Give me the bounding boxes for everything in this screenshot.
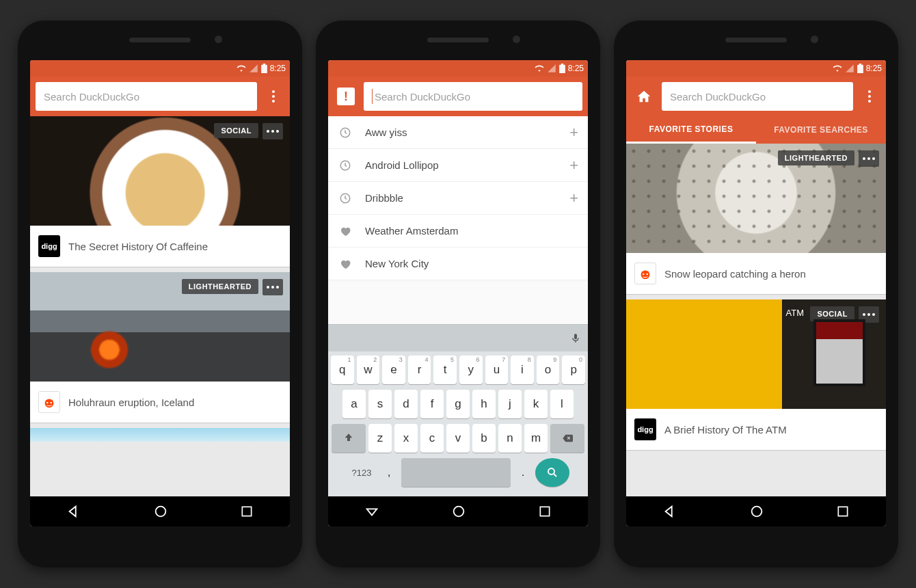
add-to-search-button[interactable]: + [569, 189, 578, 207]
heart-icon [338, 225, 353, 237]
key-r[interactable]: r4 [408, 356, 431, 384]
key-z[interactable]: z [368, 424, 392, 453]
suggestion-text: Android Lollipop [365, 159, 557, 171]
key-n[interactable]: n [498, 424, 522, 453]
key-q[interactable]: q1 [331, 356, 354, 384]
shift-key[interactable] [332, 424, 366, 453]
key-x[interactable]: x [394, 424, 418, 453]
android-nav-bar [328, 496, 588, 526]
key-i[interactable]: i8 [511, 356, 534, 384]
recents-button[interactable] [240, 505, 254, 518]
svg-point-2 [272, 100, 275, 103]
story-card[interactable]: SOCIAL digg The Secret History Of Caffei… [30, 116, 290, 267]
svg-point-1 [272, 95, 275, 98]
suggestion-text: Dribbble [365, 192, 557, 204]
bang-button[interactable]: ! [334, 82, 358, 111]
favorites-tabs: FAVORITE STORIES FAVORITE SEARCHES [626, 116, 886, 144]
key-f[interactable]: f [420, 390, 444, 418]
backspace-key[interactable] [550, 424, 584, 453]
add-to-search-button[interactable]: + [569, 124, 578, 142]
status-time: 8:25 [270, 64, 286, 73]
key-h[interactable]: h [472, 390, 496, 418]
search-placeholder: Search DuckDuckGo [375, 91, 470, 103]
key-u[interactable]: u7 [485, 356, 509, 384]
screen-search: 8:25 ! Search DuckDuckGo Aww yiss + Andr… [328, 60, 588, 526]
android-nav-bar [626, 496, 886, 526]
phone-frame-2: 8:25 ! Search DuckDuckGo Aww yiss + Andr… [316, 21, 600, 567]
favorites-feed[interactable]: LIGHTHEARTED Snow leopard catching a her… [626, 144, 886, 496]
story-card-peek[interactable] [30, 428, 290, 442]
card-overflow-button[interactable] [262, 123, 283, 139]
key-b[interactable]: b [472, 424, 496, 453]
key-o[interactable]: o9 [537, 356, 560, 384]
search-input[interactable]: Search DuckDuckGo [662, 82, 853, 111]
home-button[interactable] [632, 82, 656, 111]
key-e[interactable]: e3 [382, 356, 405, 384]
story-image: SOCIAL [30, 116, 290, 226]
key-w[interactable]: w2 [357, 356, 380, 384]
tab-favorite-stories[interactable]: FAVORITE STORIES [626, 116, 756, 144]
signal-icon [845, 64, 854, 73]
back-button-ime[interactable] [364, 504, 379, 519]
suggestion-favorite[interactable]: New York City [328, 248, 588, 280]
search-input[interactable]: Search DuckDuckGo [364, 82, 582, 111]
story-card[interactable]: LIGHTHEARTED Snow leopard catching a her… [626, 144, 886, 294]
key-l[interactable]: l [550, 390, 574, 418]
suggestion-recent[interactable]: Android Lollipop + [328, 149, 588, 182]
key-s[interactable]: s [368, 390, 392, 418]
card-overflow-button[interactable] [859, 306, 879, 323]
screen-home: 8:25 Search DuckDuckGo SOCIAL digg The S… [30, 60, 290, 526]
key-v[interactable]: v [446, 424, 470, 453]
card-overflow-button[interactable] [262, 279, 283, 295]
key-k[interactable]: k [524, 390, 548, 418]
suggestion-favorite[interactable]: Weather Amsterdam [328, 215, 588, 248]
recents-button[interactable] [538, 505, 552, 518]
battery-icon [857, 64, 863, 73]
heart-icon [338, 258, 353, 270]
suggestion-recent[interactable]: Dribbble + [328, 182, 588, 215]
tab-favorite-searches[interactable]: FAVORITE SEARCHES [756, 116, 886, 144]
search-key[interactable] [535, 458, 569, 487]
key-c[interactable]: c [420, 424, 444, 453]
status-bar: 8:25 [328, 60, 588, 77]
wifi-icon [237, 64, 246, 73]
story-card[interactable]: LIGHTHEARTED Holuhraun eruption, Iceland [30, 272, 290, 423]
key-a[interactable]: a [342, 390, 366, 418]
story-feed[interactable]: SOCIAL digg The Secret History Of Caffei… [30, 116, 290, 496]
suggestion-recent[interactable]: Aww yiss + [328, 116, 588, 149]
recents-button[interactable] [836, 505, 850, 518]
clock-icon [338, 192, 353, 204]
add-to-search-button[interactable]: + [569, 157, 578, 174]
home-button[interactable] [451, 504, 466, 519]
key-p[interactable]: p0 [562, 356, 585, 384]
key-d[interactable]: d [394, 390, 418, 418]
space-key[interactable] [401, 458, 511, 487]
story-image: LIGHTHEARTED [626, 144, 886, 253]
back-button[interactable] [662, 504, 677, 519]
image-overlay-text: ATM [786, 308, 804, 318]
key-j[interactable]: j [498, 390, 522, 418]
key-y[interactable]: y6 [459, 356, 483, 384]
overflow-menu-button[interactable] [859, 82, 880, 111]
search-input[interactable]: Search DuckDuckGo [36, 82, 257, 111]
period-key[interactable]: . [513, 458, 533, 487]
key-g[interactable]: g [446, 390, 470, 418]
key-m[interactable]: m [524, 424, 548, 453]
key-t[interactable]: t5 [433, 356, 457, 384]
svg-rect-21 [839, 507, 848, 516]
home-button[interactable] [153, 504, 168, 519]
category-badge: LIGHTHEARTED [182, 279, 258, 294]
home-button[interactable] [749, 504, 764, 519]
suggestions-list[interactable]: Aww yiss + Android Lollipop + Dribbble +… [328, 116, 588, 324]
back-button[interactable] [66, 504, 81, 519]
source-logo-reddit [38, 391, 60, 413]
mic-icon[interactable] [570, 332, 581, 345]
screen-favorites: 8:25 Search DuckDuckGo FAVORITE STORIES … [626, 60, 886, 526]
source-logo-digg: digg [634, 418, 656, 440]
category-badge: LIGHTHEARTED [778, 150, 854, 165]
symbols-key[interactable]: ?123 [347, 458, 377, 487]
overflow-menu-button[interactable] [262, 82, 284, 111]
story-card[interactable]: ATM SOCIAL digg A Brief History Of The A… [626, 299, 886, 450]
card-overflow-button[interactable] [859, 150, 879, 167]
comma-key[interactable]: , [379, 458, 399, 487]
